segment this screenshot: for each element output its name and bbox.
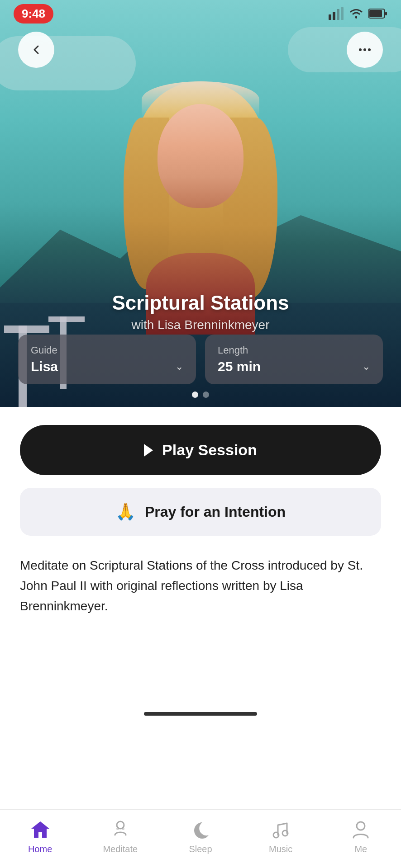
svg-point-7 — [359, 48, 362, 51]
length-selector[interactable]: Length 25 min ⌄ — [205, 335, 383, 384]
session-subtitle: with Lisa Brenninkmeyer — [0, 318, 401, 332]
play-session-label: Play Session — [162, 441, 257, 459]
nav-label-music: Music — [269, 844, 292, 854]
pray-intention-button[interactable]: 🙏 Pray for an Intention — [20, 488, 381, 536]
pray-intention-label: Pray for an Intention — [145, 504, 286, 520]
home-icon — [29, 819, 51, 840]
nav-label-sleep: Sleep — [189, 844, 212, 854]
selectors-row: Guide Lisa ⌄ Length 25 min ⌄ — [18, 335, 383, 384]
figure-face — [158, 104, 243, 208]
more-dots-icon — [358, 43, 371, 56]
more-button[interactable] — [347, 32, 383, 68]
hero-title-area: Scriptural Stations with Lisa Brenninkme… — [0, 292, 401, 332]
nav-item-music[interactable]: Music — [258, 819, 303, 854]
svg-point-11 — [116, 827, 119, 830]
nav-item-me[interactable]: Me — [338, 819, 383, 854]
nav-label-me: Me — [354, 844, 367, 854]
nav-item-sleep[interactable]: Sleep — [178, 819, 223, 854]
content-area: Play Session 🙏 Pray for an Intention Med… — [0, 407, 401, 634]
bottom-nav: Home Meditate Sleep Music Me — [0, 809, 401, 868]
svg-point-9 — [368, 48, 371, 51]
meditate-icon — [110, 819, 131, 840]
wifi-icon — [348, 8, 364, 19]
guide-label: Guide — [31, 344, 57, 356]
music-icon — [270, 819, 291, 840]
status-bar: 9:48 — [0, 0, 401, 27]
guide-value-row: Lisa ⌄ — [31, 359, 183, 374]
back-button[interactable] — [18, 32, 54, 68]
status-time: 9:48 — [14, 4, 53, 24]
session-description: Meditate on Scriptural Stations of the C… — [20, 556, 381, 616]
pray-icon: 🙏 — [115, 502, 136, 521]
nav-label-home: Home — [28, 844, 52, 854]
play-session-button[interactable]: Play Session — [20, 425, 381, 475]
bottom-spacer — [0, 634, 401, 707]
play-icon — [144, 444, 153, 457]
length-value-row: 25 min ⌄ — [218, 359, 370, 374]
guide-chevron-icon: ⌄ — [175, 361, 183, 373]
status-icons — [329, 7, 387, 20]
svg-point-15 — [357, 822, 365, 830]
svg-point-8 — [363, 48, 366, 51]
guide-selector[interactable]: Guide Lisa ⌄ — [18, 335, 196, 384]
svg-rect-5 — [385, 12, 387, 15]
nav-item-home[interactable]: Home — [18, 819, 63, 854]
svg-point-12 — [122, 827, 124, 830]
battery-icon — [368, 8, 387, 19]
home-indicator — [144, 712, 257, 716]
svg-rect-6 — [369, 10, 382, 17]
cloud-right — [288, 27, 401, 72]
length-label: Length — [218, 344, 248, 356]
sleep-icon — [190, 819, 211, 840]
me-icon — [350, 819, 372, 840]
svg-rect-0 — [329, 14, 331, 20]
back-arrow-icon — [30, 43, 43, 56]
session-title: Scriptural Stations — [0, 292, 401, 314]
length-value: 25 min — [218, 359, 261, 374]
nav-item-meditate[interactable]: Meditate — [98, 819, 143, 854]
dot-1 — [192, 392, 198, 398]
signal-icon — [329, 7, 344, 20]
hero-image: Scriptural Stations with Lisa Brenninkme… — [0, 0, 401, 407]
nav-label-meditate: Meditate — [103, 844, 138, 854]
svg-rect-3 — [341, 7, 344, 20]
page-indicators — [192, 392, 209, 398]
dot-2 — [203, 392, 209, 398]
svg-rect-2 — [337, 9, 339, 20]
length-chevron-icon: ⌄ — [362, 361, 370, 373]
svg-rect-1 — [333, 12, 335, 20]
guide-value: Lisa — [31, 359, 58, 374]
